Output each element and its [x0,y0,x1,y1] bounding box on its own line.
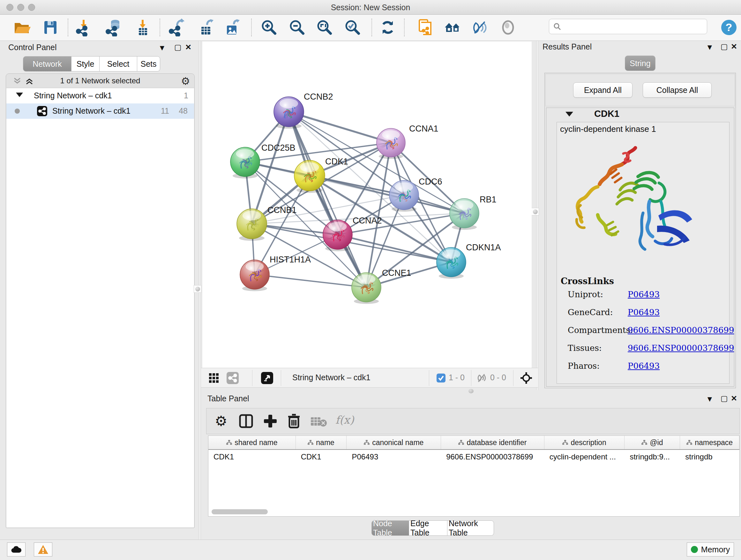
network-node-hist1h1a[interactable]: HIST1H1A [240,255,311,291]
right-splitter[interactable] [536,41,539,390]
tab-style[interactable]: Style [71,56,99,71]
network-canvas[interactable]: CCNB2CCNA1CDC25BCDK1CDC6RB1CCNB1CCNA2CDK… [202,42,532,368]
column-header-namespace[interactable]: namespace [680,436,739,449]
hidden-eye-slash-icon[interactable] [477,373,487,384]
import-network-database-icon[interactable] [104,18,123,37]
export-table-icon[interactable] [196,18,215,37]
delete-column-trash-icon[interactable] [287,414,301,430]
search-input[interactable] [564,22,707,31]
table-panel-float-icon[interactable]: ▢ [721,394,728,403]
crosslink-link[interactable]: 9606.ENSP00000378699 [628,325,734,335]
network-edge[interactable] [289,112,391,143]
tab-sets[interactable]: Sets [137,56,160,71]
save-session-icon[interactable] [41,18,60,37]
network-node-rb1[interactable]: RB1 [450,195,496,230]
network-node-cdk1[interactable]: CDK1 [294,157,348,193]
tab-node-table[interactable]: Node Table [372,520,409,536]
table-panel-close-icon[interactable]: ✕ [731,394,737,403]
network-collection-row[interactable]: String Network – cdk1 1 [6,88,194,104]
column-header-databaseidentifier[interactable]: database identifier [441,436,544,449]
open-session-icon[interactable] [12,18,31,37]
table-hscrollbar[interactable] [209,509,738,515]
collection-name: String Network – cdk1 [34,91,112,100]
grid-view-icon[interactable] [209,373,219,384]
column-header-canonicalname[interactable]: canonical name [347,436,441,449]
tab-edge-table[interactable]: Edge Table [409,520,448,536]
results-panel-float-icon[interactable]: ▢ [721,42,728,51]
column-header-sharedname[interactable]: shared name [208,436,296,449]
network-node-ccna1[interactable]: CCNA1 [377,124,439,159]
crosslink-link[interactable]: P06493 [628,290,660,299]
table-cell[interactable]: CDK1 [296,450,347,464]
network-share-view-icon[interactable] [226,372,239,385]
function-builder-icon[interactable]: f(x) [335,414,354,426]
copy-network-file-icon[interactable] [415,18,434,37]
delete-table-icon[interactable] [311,416,327,429]
bottom-splitter-handle[interactable] [468,389,474,393]
table-row[interactable]: CDK1CDK1P064939606.ENSP00000378699cyclin… [208,450,739,464]
protein-name: CDK1 [594,109,619,119]
network-graph[interactable]: CCNB2CCNA1CDC25BCDK1CDC6RB1CCNB1CCNA2CDK… [202,42,532,368]
network-options-gear-icon[interactable]: ⚙ [181,75,190,87]
warning-button[interactable] [34,543,52,557]
export-image-icon[interactable] [222,18,242,37]
fit-selected-crosshair-icon[interactable] [520,372,532,385]
tab-string[interactable]: String [625,56,656,71]
column-header-name[interactable]: name [296,436,347,449]
help-icon[interactable]: ? [719,18,738,37]
table-cell[interactable]: stringdb:9... [624,450,680,464]
left-splitter-handle[interactable] [194,285,201,293]
zoom-out-icon[interactable] [287,18,307,37]
string-home-icon[interactable] [443,18,462,37]
table-cell[interactable]: P06493 [347,450,441,464]
collection-expand-icon[interactable] [16,92,23,97]
crosslinks-list: Uniprot:P06493GeneCard:P06493Compartment… [557,290,729,379]
selected-checkbox-icon[interactable] [436,374,446,384]
show-columns-icon[interactable] [239,414,253,429]
column-header-id[interactable]: @id [624,436,680,449]
network-row[interactable]: String Network – cdk1 11 48 [6,104,194,119]
zoom-selected-icon[interactable] [343,18,362,37]
table-cell[interactable]: stringdb [680,450,739,464]
expand-all-button[interactable]: Expand All [573,82,632,98]
control-panel-close-icon[interactable]: ✕ [185,43,192,52]
zoom-fit-icon[interactable] [315,18,334,37]
protein-collapse-icon[interactable] [565,112,573,117]
crosslink-link[interactable]: 9606.ENSP00000378699 [628,343,734,353]
import-network-file-icon[interactable] [74,18,93,37]
control-panel-menu-icon[interactable]: ▼ [158,44,166,52]
table-settings-gear-icon[interactable]: ⚙ [215,413,227,429]
network-node-cdkn1a[interactable]: CDKN1A [436,243,501,279]
tab-select[interactable]: Select [99,56,137,71]
crosslink-link[interactable]: P06493 [628,361,660,371]
tab-network[interactable]: Network [23,56,71,71]
network-node-cdc25b[interactable]: CDC25B [230,143,295,179]
results-panel-close-icon[interactable]: ✕ [731,42,737,51]
show-hide-glasses-icon[interactable] [471,18,490,37]
export-network-icon[interactable] [167,18,186,37]
crosslink-link[interactable]: P06493 [628,307,660,317]
column-header-description[interactable]: description [544,436,625,449]
table-panel-menu-icon[interactable]: ▼ [706,395,714,403]
birds-eye-view-icon[interactable] [261,372,273,385]
collapse-all-button[interactable]: Collapse All [643,82,712,98]
refresh-icon[interactable] [378,18,397,37]
zoom-in-icon[interactable] [259,18,278,37]
tab-network-table[interactable]: Network Table [448,520,494,536]
cloud-button[interactable] [7,543,25,557]
import-table-file-icon[interactable] [133,18,152,37]
network-edge-count: 48 [173,106,188,116]
expand-all-chevron-icon[interactable] [25,78,33,84]
create-column-plus-icon[interactable] [263,414,277,429]
eye-icon[interactable] [498,18,518,37]
right-splitter-handle[interactable] [531,208,539,215]
results-panel-menu-icon[interactable]: ▼ [706,43,714,52]
table-cell[interactable]: CDK1 [208,450,296,464]
table-cell[interactable]: 9606.ENSP00000378699 [441,450,544,464]
table-cell[interactable]: cyclin-dependent ... [544,450,625,464]
collapse-all-chevron-icon[interactable] [13,78,21,84]
network-edge[interactable] [255,274,366,287]
search-box[interactable] [549,19,707,34]
control-panel-float-icon[interactable]: ▢ [174,43,182,52]
memory-button[interactable]: Memory [687,543,734,557]
